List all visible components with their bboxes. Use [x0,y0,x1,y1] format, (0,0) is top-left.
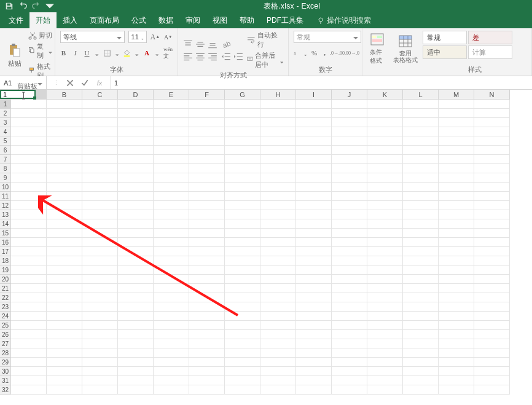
cell[interactable] [154,192,189,201]
cell[interactable] [47,127,82,136]
accounting-format-icon[interactable]: $ [294,48,299,58]
cell[interactable] [82,192,118,201]
cell[interactable] [332,192,367,201]
cell[interactable] [403,146,439,155]
cell[interactable] [11,118,47,127]
cell[interactable] [474,173,510,183]
cell[interactable] [367,201,403,210]
cell[interactable] [439,118,474,127]
tab-formulas[interactable]: 公式 [125,12,152,28]
cell[interactable] [296,136,332,146]
increase-font-icon[interactable]: A▲ [151,32,160,42]
chevron-down-icon[interactable] [95,50,99,55]
cell[interactable] [403,321,439,330]
cell[interactable] [474,376,510,385]
cell[interactable] [439,275,474,284]
cell[interactable] [474,367,510,376]
cell[interactable] [474,219,510,229]
cell[interactable] [296,256,332,265]
cell[interactable] [332,238,367,247]
cell[interactable] [225,219,260,229]
row-header[interactable]: 2 [0,109,11,118]
row-header[interactable]: 1 [0,100,11,109]
cell[interactable] [403,256,439,265]
cell[interactable] [332,358,367,367]
column-header[interactable]: I [296,90,332,100]
tab-review[interactable]: 审阅 [179,12,206,28]
cell[interactable] [367,109,403,118]
cell[interactable] [296,229,332,238]
cell[interactable] [47,367,82,376]
font-name-combo[interactable]: 等线 [60,31,125,43]
cell[interactable] [439,210,474,219]
cell[interactable] [296,118,332,127]
align-center-icon[interactable] [195,52,205,61]
paste-button[interactable]: 粘贴 [5,42,25,69]
cell[interactable] [296,293,332,302]
row-header[interactable]: 3 [0,118,11,127]
cell[interactable] [47,155,82,164]
cell[interactable] [260,385,296,395]
cell[interactable] [189,385,225,395]
italic-button[interactable]: I [72,48,79,58]
cell[interactable] [47,109,82,118]
cell[interactable] [403,302,439,312]
merge-center-button[interactable]: 合并后居中 [247,51,283,69]
cell[interactable] [332,330,367,339]
style-neutral[interactable]: 适中 [423,45,467,59]
cell[interactable] [11,229,47,238]
cell[interactable] [403,376,439,385]
cell[interactable] [332,219,367,229]
cell[interactable] [154,385,189,395]
cell[interactable] [154,348,189,358]
cell[interactable] [82,136,118,146]
cell[interactable] [260,219,296,229]
cell[interactable] [225,293,260,302]
cell[interactable] [82,118,118,127]
cell[interactable] [296,376,332,385]
cell[interactable] [367,118,403,127]
cell[interactable] [296,238,332,247]
cell[interactable] [367,275,403,284]
cell[interactable] [82,321,118,330]
cell[interactable] [47,385,82,395]
cell[interactable] [332,256,367,265]
percent-format-icon[interactable]: % [311,48,317,58]
cell[interactable] [367,192,403,201]
cell[interactable] [474,321,510,330]
column-header[interactable]: L [403,90,439,100]
cell[interactable] [189,127,225,136]
cell[interactable] [260,275,296,284]
style-calc[interactable]: 计算 [468,45,512,59]
row-header[interactable]: 20 [0,275,11,284]
cell[interactable] [367,164,403,173]
cell[interactable] [118,339,154,348]
cell[interactable] [296,312,332,321]
style-normal[interactable]: 常规 [423,31,467,44]
cell[interactable] [367,219,403,229]
cell[interactable] [82,146,118,155]
cell[interactable] [439,109,474,118]
cell[interactable] [439,265,474,275]
cell[interactable] [154,210,189,219]
row-header[interactable]: 13 [0,210,11,219]
cell[interactable] [403,219,439,229]
cell[interactable] [189,256,225,265]
cell[interactable] [82,330,118,339]
orientation-icon[interactable]: ab [221,39,231,49]
cell[interactable] [82,219,118,229]
cell[interactable] [82,265,118,275]
font-size-combo[interactable]: 11 [128,31,147,43]
row-header[interactable]: 11 [0,192,11,201]
cell[interactable] [439,330,474,339]
cell[interactable] [332,321,367,330]
cell[interactable] [367,293,403,302]
cell[interactable] [367,155,403,164]
row-header[interactable]: 15 [0,229,11,238]
cell[interactable] [189,358,225,367]
row-header[interactable]: 17 [0,247,11,256]
cell[interactable] [260,229,296,238]
cell[interactable] [118,127,154,136]
cell[interactable] [11,293,47,302]
cell[interactable] [474,358,510,367]
